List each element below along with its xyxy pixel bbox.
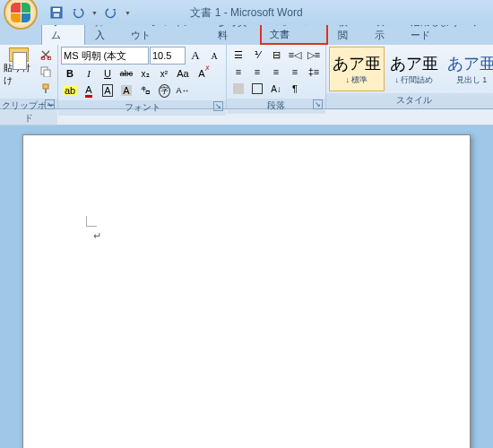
indent-inc-button[interactable]: ▷≡: [305, 47, 323, 63]
style-name: 見出し 1: [456, 74, 488, 86]
document-area: ↵: [0, 125, 493, 448]
bold-button[interactable]: B: [61, 65, 79, 82]
line-spacing-button[interactable]: ‡≡: [305, 64, 323, 80]
highlight-button[interactable]: ab: [61, 82, 79, 99]
change-case-button[interactable]: Aa: [174, 65, 192, 82]
numbering-button[interactable]: ⅟: [248, 47, 266, 63]
font-size-select[interactable]: [150, 47, 186, 65]
copy-button[interactable]: [37, 64, 55, 80]
qat-save[interactable]: [48, 4, 65, 21]
bullets-button[interactable]: ☰: [229, 47, 247, 63]
align-justify-button[interactable]: ≡: [286, 64, 304, 80]
enclose-button[interactable]: 字: [155, 82, 173, 99]
char-shade-button[interactable]: A: [117, 82, 135, 99]
shading-button[interactable]: [229, 81, 247, 97]
style-sample: あア亜: [333, 53, 381, 74]
font-color-button[interactable]: A: [80, 82, 98, 99]
style-normal[interactable]: あア亜 ↓ 標準: [329, 47, 385, 91]
copy-icon: [40, 66, 51, 77]
styles-group-label: スタイル: [396, 95, 432, 105]
redo-icon: [105, 6, 117, 19]
undo-dropdown-icon[interactable]: ▼: [91, 10, 98, 16]
svg-rect-1: [53, 8, 60, 12]
borders-button[interactable]: [248, 81, 266, 97]
subscript-button[interactable]: x₂: [136, 65, 154, 82]
ribbon-tabs: ホーム 挿入 ページ レイアウト 参考資料 差し込み文書 校閲 表示 活用しよう…: [0, 25, 493, 45]
style-nospacing[interactable]: あア亜 ↓ 行間詰め: [386, 47, 442, 91]
clipboard-launcher[interactable]: ↘: [45, 99, 55, 109]
style-name: ↓ 行間詰め: [394, 74, 433, 86]
page[interactable]: ↵: [22, 134, 471, 448]
undo-icon: [72, 6, 84, 19]
office-logo-icon: [11, 3, 30, 22]
paragraph-mark: ↵: [93, 230, 101, 242]
cut-button[interactable]: [37, 47, 55, 63]
align-right-button[interactable]: ≡: [267, 64, 285, 80]
superscript-button[interactable]: x²: [155, 65, 173, 82]
cut-icon: [40, 49, 51, 60]
paste-button[interactable]: 貼り付け: [3, 47, 35, 88]
font-name-select[interactable]: [61, 47, 149, 65]
margin-marker-icon: [86, 216, 97, 227]
strike-button[interactable]: abc: [117, 65, 135, 82]
svg-rect-7: [43, 84, 48, 89]
qat-undo[interactable]: [70, 4, 86, 21]
svg-rect-6: [44, 70, 50, 77]
align-left-button[interactable]: ≡: [229, 64, 247, 80]
grow-font-button[interactable]: A: [186, 47, 204, 64]
qat-customize-icon[interactable]: ▼: [125, 10, 131, 16]
svg-rect-2: [54, 13, 59, 17]
qat-redo[interactable]: [103, 4, 119, 21]
clear-format-button[interactable]: A✗: [193, 65, 211, 82]
font-group-label: フォント: [125, 102, 160, 112]
para-launcher[interactable]: ↘: [313, 99, 323, 109]
ruby-button[interactable]: ㌔: [136, 82, 154, 99]
multilevel-button[interactable]: ⊟: [267, 47, 285, 63]
para-group-label: 段落: [267, 100, 285, 110]
indent-dec-button[interactable]: ≡◁: [286, 47, 304, 63]
underline-button[interactable]: U: [99, 65, 117, 82]
style-heading1[interactable]: あア亜 見出し 1: [444, 47, 493, 91]
char-scale-button[interactable]: A↔: [174, 82, 192, 99]
align-center-button[interactable]: ≡: [248, 64, 266, 80]
save-icon: [50, 6, 63, 19]
char-border-button[interactable]: A: [99, 82, 117, 99]
shrink-font-button[interactable]: A: [205, 47, 223, 64]
sort-button[interactable]: A↓: [267, 81, 285, 97]
show-marks-button[interactable]: ¶: [286, 81, 304, 97]
brush-icon: [40, 83, 51, 94]
svg-rect-8: [45, 89, 47, 93]
paste-icon: [9, 47, 29, 62]
window-title: 文書 1 - Microsoft Word: [190, 5, 302, 21]
italic-button[interactable]: I: [80, 65, 98, 82]
font-launcher[interactable]: ↘: [213, 101, 223, 111]
style-sample: あア亜: [447, 53, 493, 74]
formatpainter-button[interactable]: [37, 81, 55, 97]
style-name: ↓ 標準: [345, 74, 368, 86]
style-sample: あア亜: [390, 53, 438, 74]
